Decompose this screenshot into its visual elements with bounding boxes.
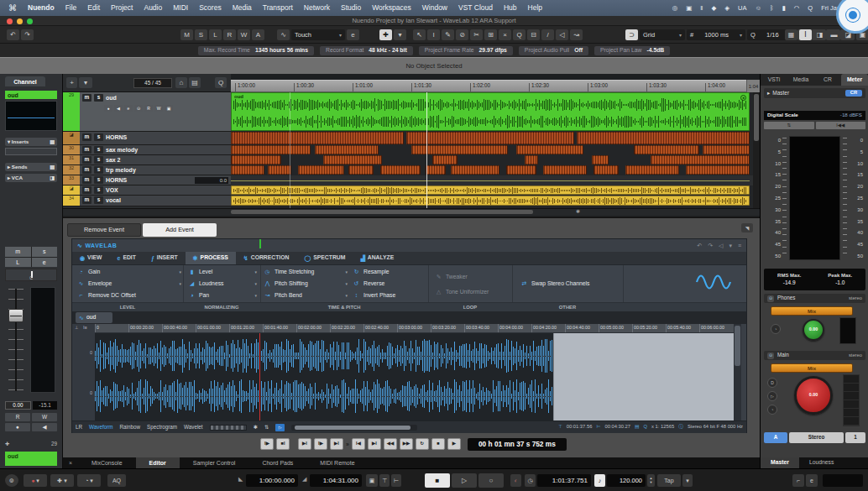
project-ruler[interactable]: 1:00:00 1:00:30 1:01:00 1:01:30 1:02:00 … [231,80,760,92]
edit-mode-icon[interactable]: e [806,474,818,487]
clip-tab-oud[interactable]: ∿oud [76,312,112,323]
channel-record-enable-button[interactable]: ● [5,423,30,431]
remove-event-button[interactable]: Remove Event [67,223,141,237]
tab-spectrum[interactable]: ◯SPECTRUM [296,252,353,264]
zoom-factor[interactable]: x 1: 12565 [651,425,674,430]
track-sax-melody[interactable]: 30 m s sax melody [63,145,231,155]
window-layout-1-button[interactable]: ▦ [785,29,797,40]
menu-transport[interactable]: Transport [263,4,293,12]
file-format[interactable]: Stereo 64 bit F 48 000 Hz [688,425,743,430]
wl-redo-icon[interactable]: ↷ [708,243,713,248]
menu-media[interactable]: Media [233,4,252,12]
pan-button[interactable]: ◑Pan▾ [188,290,257,301]
tempo-stepper[interactable]: ▲▼ [647,474,655,487]
wl-collapse-icon[interactable]: ▾ [729,243,732,248]
track-settings-gear-icon[interactable]: ✱ [576,209,580,214]
tempo-mode-dropdown[interactable]: ▾ [682,474,693,487]
tab-edit[interactable]: eEDIT [109,252,143,264]
beyond-end-region[interactable] [553,333,734,420]
insert-slot[interactable] [5,148,57,155]
track-presets-button[interactable]: ▾ [79,77,92,88]
comp-tool[interactable]: ⊟ [527,29,540,40]
keyboard-icon[interactable]: ▤ [635,425,639,430]
meter-settings-button[interactable]: ⇅ [764,122,814,129]
horns-folder-events[interactable] [231,132,760,145]
wavelab-time-ruler[interactable]: 000:00:20.00 00:00:40.0000:01:00.00 00:0… [95,324,734,333]
wl-menu-icon[interactable]: ≡ [738,243,741,248]
channel-edit-button[interactable]: e [32,258,58,268]
tab-mixconsole[interactable]: MixConsole [78,457,136,468]
track-solo-button[interactable]: s [94,94,103,102]
channel-track-name[interactable]: oud [5,91,57,99]
channel-solo-button[interactable]: s [32,247,58,257]
track-mute-button[interactable]: m [82,133,92,141]
phones-level-knob[interactable]: 0.00 [803,319,824,341]
erase-tool[interactable]: ⊘ [456,29,468,40]
tab-meter[interactable]: Meter [841,74,868,86]
horns-vca-automation[interactable] [231,175,760,185]
track-color-chip[interactable]: 29 [63,92,80,131]
menu-window[interactable]: Window [422,4,447,12]
glue-tool[interactable]: ⊞ [484,29,497,40]
transport-more-icon[interactable]: » [346,441,349,447]
zoom-sync-icon[interactable]: ⇅ [264,425,269,430]
audio-input-select[interactable]: ✚▾ [50,474,74,487]
project-audio-pull[interactable]: Project Audio PullOff [519,46,588,55]
wl-loop-button[interactable]: ↻ [416,438,429,450]
left-locator-flag-icon[interactable]: ◣ [238,476,243,482]
skip-fwd-button[interactable]: I▶ [314,438,327,450]
tab-sampler-control[interactable]: Sampler Control [180,457,249,468]
channel-listen-button[interactable]: L [5,258,31,268]
level-button[interactable]: ▮Level▾ [188,267,257,278]
window-layout-4-button[interactable]: ▬ [828,29,840,40]
swap-stereo-channels-button[interactable]: ⇄Swap Stereo Channels [520,279,621,290]
track-vertical-scrollbar[interactable] [753,92,760,208]
channel-pan-control[interactable]: C [5,269,57,281]
master-section-header[interactable]: ▸Master CR [764,88,865,98]
ruler-options-button[interactable]: 1:04 [746,80,760,92]
vca-value[interactable]: 0.0 [195,177,228,184]
tempo-display[interactable]: 120.000 [607,474,646,487]
cursor-position[interactable]: 00:01:37.56 [567,425,593,430]
go-end-button[interactable]: ▶I [368,438,381,450]
track-sax-2[interactable]: 31 m s sax 2 [63,155,231,165]
phones-mix-bar[interactable]: Mix [771,306,853,316]
track-filter-button[interactable]: ⌂ [175,77,187,88]
track-color-chip[interactable]: 30 [63,145,80,154]
right-locator-display[interactable]: 1:04:31.000 [310,474,362,487]
window-layout-3-button[interactable]: ◨ [813,29,826,40]
wavelab-horizontal-scrollbar[interactable] [291,425,417,431]
wavelab-vertical-scrollbar[interactable] [734,324,741,420]
track-solo-button[interactable]: s [94,146,103,154]
track-solo-button[interactable]: s [94,196,103,204]
channel-tab[interactable]: Channel [5,76,45,86]
track-color-chip[interactable]: ◪ [63,185,80,195]
monitor-stereo-button[interactable]: Stereo [789,432,844,443]
main-level-knob[interactable]: 0.00 [794,376,833,415]
ua-icon[interactable]: UA [738,5,746,12]
tab-analyze[interactable]: ▟ANALYZE [353,252,401,264]
track-color-chip[interactable]: 33 [63,175,80,185]
constrain-delay-icon[interactable]: ⊚ [5,474,18,487]
pitch-bend-button[interactable]: ↝Pitch Bend▾ [264,290,348,301]
channel-read-button[interactable]: R [5,413,30,421]
click-button[interactable]: ◔ [767,405,777,415]
stop-button[interactable]: ■ [425,473,450,488]
view-tab-rainbow[interactable]: Rainbow [120,425,141,430]
view-tab-wavelet[interactable]: Wavelet [184,425,203,430]
play-tool[interactable]: ◁ [556,29,568,40]
stop-at-selection-button[interactable]: ■I [276,438,290,450]
envelope-button[interactable]: ∿Envelope▾ [77,279,181,290]
primary-time-display[interactable]: 1:01:37.751 [537,474,591,487]
window-layout-2-button[interactable]: Ⅰ [799,29,812,40]
menu-audio[interactable]: Audio [144,4,162,12]
range-tool[interactable]: I [427,29,440,40]
track-color-chip[interactable]: 34 [63,196,80,206]
time-format-icon[interactable]: ◷ [525,474,536,487]
wave-settings-gear-icon[interactable]: ✱ [254,425,258,430]
menu-nuendo[interactable]: Nuendo [28,4,55,12]
event-display[interactable]: oud ● [231,92,760,208]
track-oud[interactable]: 29 m s oud ● ◀ e ⊙ R W [63,92,231,132]
automation-panel-icon[interactable]: ∿ [277,29,290,40]
wavelab-playhead[interactable] [259,333,260,420]
